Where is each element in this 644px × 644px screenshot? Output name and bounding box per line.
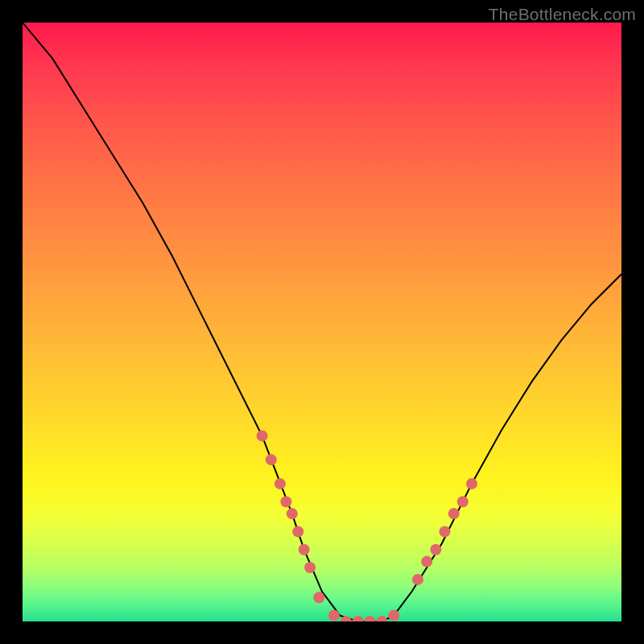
highlight-dot bbox=[412, 574, 423, 585]
highlight-dot bbox=[287, 508, 298, 519]
highlight-dot bbox=[448, 508, 460, 519]
highlight-dot bbox=[328, 610, 340, 621]
highlight-dot bbox=[304, 562, 316, 573]
watermark-text: TheBottleneck.com bbox=[489, 5, 636, 24]
bottleneck-curve-path bbox=[23, 23, 621, 621]
highlight-dot bbox=[280, 496, 291, 507]
highlight-dot bbox=[257, 430, 268, 441]
highlight-dots-group bbox=[257, 430, 477, 621]
highlight-dot bbox=[292, 526, 303, 537]
chart-frame: TheBottleneck.com bbox=[0, 0, 644, 644]
bottleneck-curve-svg bbox=[23, 23, 621, 621]
highlight-dot bbox=[275, 478, 286, 489]
highlight-dot bbox=[430, 544, 441, 555]
plot-area bbox=[23, 23, 621, 621]
highlight-dot bbox=[376, 616, 387, 621]
highlight-dot bbox=[365, 616, 376, 621]
highlight-dot bbox=[466, 478, 477, 489]
highlight-dot bbox=[457, 496, 469, 507]
highlight-dot bbox=[299, 544, 310, 555]
highlight-dot bbox=[353, 616, 364, 621]
highlight-dot bbox=[266, 454, 277, 465]
highlight-dot bbox=[388, 610, 399, 621]
highlight-dot bbox=[313, 592, 324, 603]
highlight-dot bbox=[421, 556, 432, 568]
highlight-dot bbox=[440, 526, 451, 537]
